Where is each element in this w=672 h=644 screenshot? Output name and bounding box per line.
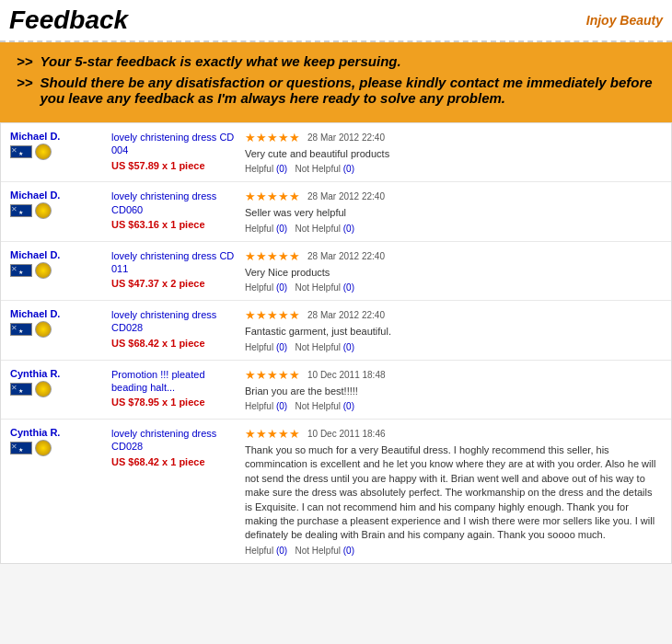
helpful-label: Helpful [245, 224, 273, 234]
star-icon: ★ [256, 308, 267, 322]
review-text: Seller was very helpful [245, 206, 662, 220]
helpful-line: Helpful (0) Not Helpful (0) [245, 224, 662, 234]
star-icon: ★ [289, 308, 300, 322]
review-row: Michael D. lovely christening dress CD 0… [1, 123, 671, 182]
helpful-no-button[interactable]: (0) [343, 282, 354, 293]
helpful-label: Helpful [245, 164, 273, 174]
review-column: ★★★★★ 28 Mar 2012 22:40 Very Nice produc… [245, 249, 662, 293]
star-icon: ★ [289, 427, 300, 441]
star-icon: ★ [289, 131, 300, 144]
helpful-line: Helpful (0) Not Helpful (0) [245, 342, 662, 352]
star-rating: ★★★★★ [245, 427, 300, 441]
user-badge [35, 262, 52, 279]
helpful-yes-button[interactable]: (0) [276, 164, 287, 174]
product-price: US $78.95 x 1 piece [111, 397, 238, 408]
user-column: Cynthia R. [10, 427, 111, 459]
review-text: Thank you so much for a very Beautiful d… [245, 443, 662, 543]
product-name[interactable]: lovely christening dress CD028 [111, 308, 238, 335]
user-column: Michael D. [10, 131, 111, 163]
review-row: Michael D. lovely christening dress CD06… [1, 182, 671, 241]
star-icon: ★ [256, 131, 267, 144]
banner-text-1: Your 5-star feedback is exactly what we … [41, 53, 401, 69]
star-icon: ★ [245, 368, 256, 382]
user-badge [35, 381, 52, 397]
star-icon: ★ [267, 131, 278, 144]
review-date: 28 Mar 2012 22:40 [307, 251, 385, 261]
flag-icon [10, 145, 32, 158]
star-icon: ★ [267, 190, 278, 203]
user-name[interactable]: Michael D. [10, 190, 111, 201]
flag-icon [10, 383, 32, 396]
product-name[interactable]: lovely christening dress CD060 [111, 190, 238, 216]
star-icon: ★ [278, 131, 289, 144]
star-icon: ★ [256, 427, 267, 441]
user-name[interactable]: Cynthia R. [10, 368, 111, 379]
helpful-no-button[interactable]: (0) [343, 546, 354, 556]
star-icon: ★ [267, 249, 278, 263]
user-badge [35, 144, 52, 160]
brand-name: Injoy Beauty [586, 13, 663, 28]
helpful-yes-button[interactable]: (0) [276, 401, 287, 411]
product-name[interactable]: lovely christening dress CD 011 [111, 249, 238, 276]
review-row: Michael D. lovely christening dress CD02… [1, 301, 671, 360]
user-badge [35, 321, 52, 338]
review-row: Cynthia R. lovely christening dress CD02… [1, 420, 671, 563]
user-name[interactable]: Michael D. [10, 249, 111, 260]
product-column: lovely christening dress CD 011 US $47.3… [111, 249, 245, 290]
product-price: US $63.16 x 1 piece [111, 219, 238, 230]
user-column: Michael D. [10, 190, 111, 222]
helpful-no-button[interactable]: (0) [343, 164, 354, 174]
not-helpful-label: Not Helpful [295, 401, 341, 411]
user-name[interactable]: Michael D. [10, 131, 111, 142]
helpful-label: Helpful [245, 546, 273, 556]
flag-icon [10, 442, 32, 454]
product-name[interactable]: Promotion !!! pleated beading halt... [111, 368, 238, 395]
helpful-line: Helpful (0) Not Helpful (0) [245, 164, 662, 174]
not-helpful-label: Not Helpful [295, 224, 341, 234]
not-helpful-label: Not Helpful [295, 164, 341, 174]
helpful-no-button[interactable]: (0) [343, 342, 354, 352]
not-helpful-label: Not Helpful [295, 546, 341, 556]
helpful-yes-button[interactable]: (0) [276, 546, 287, 556]
review-row: Cynthia R. Promotion !!! pleated beading… [1, 361, 671, 420]
product-column: lovely christening dress CD028 US $68.42… [111, 308, 245, 349]
helpful-yes-button[interactable]: (0) [276, 282, 287, 293]
star-icon: ★ [256, 190, 267, 203]
star-icon: ★ [289, 249, 300, 263]
user-column: Michael D. [10, 308, 111, 340]
star-icon: ★ [245, 131, 256, 144]
product-price: US $68.42 x 1 piece [111, 456, 238, 467]
flag-icon [10, 204, 32, 217]
product-price: US $57.89 x 1 piece [111, 160, 238, 171]
user-badge [35, 440, 52, 456]
helpful-yes-button[interactable]: (0) [276, 224, 287, 234]
user-badge [35, 202, 52, 219]
user-name[interactable]: Michael D. [10, 308, 111, 319]
review-column: ★★★★★ 28 Mar 2012 22:40 Very cute and be… [245, 131, 662, 174]
star-icon: ★ [278, 308, 289, 322]
review-text: Very cute and beautiful products [245, 147, 662, 161]
helpful-line: Helpful (0) Not Helpful (0) [245, 401, 662, 411]
product-name[interactable]: lovely christening dress CD 004 [111, 131, 238, 157]
helpful-yes-button[interactable]: (0) [276, 342, 287, 352]
review-date: 28 Mar 2012 22:40 [307, 310, 385, 320]
star-rating: ★★★★★ [245, 249, 300, 263]
star-icon: ★ [267, 427, 278, 441]
helpful-line: Helpful (0) Not Helpful (0) [245, 546, 662, 556]
page-title: Feedback [9, 6, 128, 35]
user-name[interactable]: Cynthia R. [10, 427, 111, 438]
banner-line-2: >> Should there be any disatisfaction or… [17, 75, 655, 106]
star-rating: ★★★★★ [245, 308, 300, 322]
review-text: Brian you are the best!!!!! [245, 385, 662, 398]
review-date: 28 Mar 2012 22:40 [307, 191, 385, 201]
product-column: lovely christening dress CD 004 US $57.8… [111, 131, 245, 171]
helpful-no-button[interactable]: (0) [343, 401, 354, 411]
banner-text-2: Should there be any disatisfaction or qu… [41, 75, 655, 106]
product-name[interactable]: lovely christening dress CD028 [111, 427, 238, 454]
review-top: ★★★★★ 28 Mar 2012 22:40 [245, 308, 662, 322]
product-column: Promotion !!! pleated beading halt... US… [111, 368, 245, 408]
star-icon: ★ [256, 368, 267, 382]
star-icon: ★ [278, 249, 289, 263]
helpful-no-button[interactable]: (0) [343, 224, 354, 234]
review-date: 10 Dec 2011 18:48 [307, 370, 386, 380]
